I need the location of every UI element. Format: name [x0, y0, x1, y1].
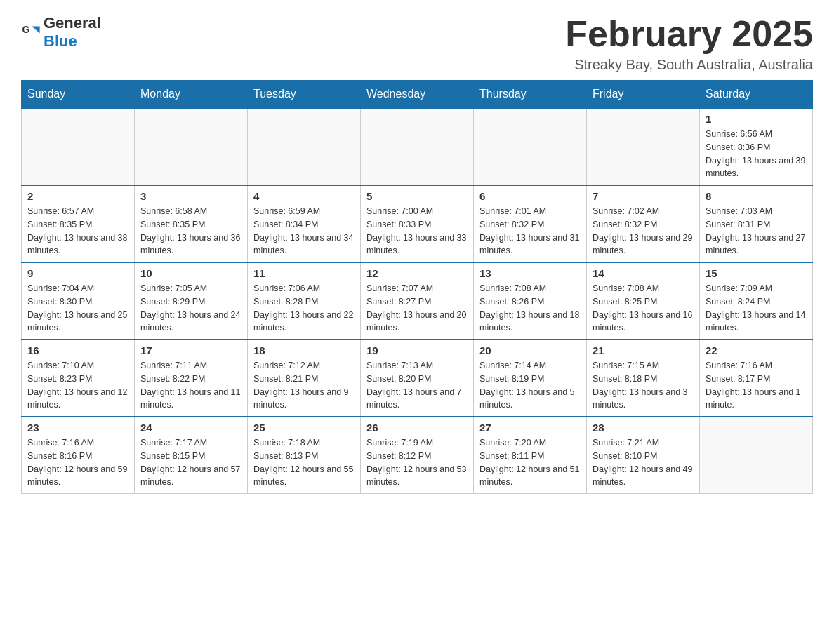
day-number: 6 [479, 190, 581, 202]
day-info: Sunrise: 7:08 AMSunset: 8:25 PMDaylight:… [593, 282, 694, 335]
calendar-cell: 27Sunrise: 7:20 AMSunset: 8:11 PMDayligh… [474, 417, 587, 494]
day-info: Sunrise: 7:12 AMSunset: 8:21 PMDaylight:… [253, 359, 355, 412]
day-number: 1 [706, 113, 807, 125]
calendar-cell: 1Sunrise: 6:56 AMSunset: 8:36 PMDaylight… [700, 108, 813, 185]
header-tuesday: Tuesday [248, 81, 361, 109]
day-number: 15 [706, 267, 807, 279]
calendar-cell: 8Sunrise: 7:03 AMSunset: 8:31 PMDaylight… [700, 185, 813, 262]
calendar-cell [135, 108, 248, 185]
header-wednesday: Wednesday [361, 81, 474, 109]
logo-general: General [44, 14, 101, 32]
day-number: 16 [27, 344, 128, 356]
day-info: Sunrise: 7:13 AMSunset: 8:20 PMDaylight:… [366, 359, 468, 412]
calendar-title: February 2025 [565, 14, 813, 54]
calendar-cell: 14Sunrise: 7:08 AMSunset: 8:25 PMDayligh… [587, 262, 700, 340]
calendar-cell: 28Sunrise: 7:21 AMSunset: 8:10 PMDayligh… [587, 417, 700, 494]
header-monday: Monday [135, 81, 248, 109]
day-info: Sunrise: 7:14 AMSunset: 8:19 PMDaylight:… [479, 359, 581, 412]
day-info: Sunrise: 7:02 AMSunset: 8:32 PMDaylight:… [593, 205, 694, 257]
day-info: Sunrise: 7:10 AMSunset: 8:23 PMDaylight:… [27, 359, 128, 412]
day-info: Sunrise: 7:21 AMSunset: 8:10 PMDaylight:… [593, 436, 694, 489]
day-number: 28 [593, 422, 694, 434]
calendar-cell: 20Sunrise: 7:14 AMSunset: 8:19 PMDayligh… [474, 340, 587, 417]
day-number: 3 [140, 190, 241, 202]
day-number: 22 [706, 344, 807, 356]
calendar-cell: 6Sunrise: 7:01 AMSunset: 8:32 PMDaylight… [474, 185, 587, 262]
day-number: 5 [366, 190, 468, 202]
day-info: Sunrise: 7:09 AMSunset: 8:24 PMDaylight:… [706, 282, 807, 335]
day-info: Sunrise: 7:11 AMSunset: 8:22 PMDaylight:… [140, 359, 241, 412]
page-header: G General Blue February 2025 Streaky Bay… [21, 14, 813, 73]
calendar-cell: 19Sunrise: 7:13 AMSunset: 8:20 PMDayligh… [361, 340, 474, 417]
day-number: 7 [593, 190, 694, 202]
day-number: 19 [366, 344, 468, 356]
week-row-5: 23Sunrise: 7:16 AMSunset: 8:16 PMDayligh… [22, 417, 813, 494]
week-row-3: 9Sunrise: 7:04 AMSunset: 8:30 PMDaylight… [22, 262, 813, 340]
day-number: 10 [140, 267, 241, 279]
week-row-4: 16Sunrise: 7:10 AMSunset: 8:23 PMDayligh… [22, 340, 813, 417]
day-info: Sunrise: 7:01 AMSunset: 8:32 PMDaylight:… [479, 205, 581, 257]
calendar-cell: 15Sunrise: 7:09 AMSunset: 8:24 PMDayligh… [700, 262, 813, 340]
day-number: 18 [253, 344, 355, 356]
day-info: Sunrise: 7:16 AMSunset: 8:16 PMDaylight:… [27, 436, 128, 489]
day-info: Sunrise: 6:56 AMSunset: 8:36 PMDaylight:… [706, 128, 807, 180]
calendar-cell: 26Sunrise: 7:19 AMSunset: 8:12 PMDayligh… [361, 417, 474, 494]
svg-marker-1 [32, 27, 39, 34]
calendar-cell [248, 108, 361, 185]
calendar-cell [474, 108, 587, 185]
header-friday: Friday [587, 81, 700, 109]
calendar-cell [361, 108, 474, 185]
day-info: Sunrise: 7:08 AMSunset: 8:26 PMDaylight:… [479, 282, 581, 335]
day-info: Sunrise: 7:07 AMSunset: 8:27 PMDaylight:… [366, 282, 468, 335]
calendar-cell: 10Sunrise: 7:05 AMSunset: 8:29 PMDayligh… [135, 262, 248, 340]
day-number: 2 [27, 190, 128, 202]
day-info: Sunrise: 7:05 AMSunset: 8:29 PMDaylight:… [140, 282, 241, 335]
calendar-cell: 18Sunrise: 7:12 AMSunset: 8:21 PMDayligh… [248, 340, 361, 417]
day-info: Sunrise: 6:58 AMSunset: 8:35 PMDaylight:… [140, 205, 241, 257]
calendar-cell: 25Sunrise: 7:18 AMSunset: 8:13 PMDayligh… [248, 417, 361, 494]
day-number: 25 [253, 422, 355, 434]
day-info: Sunrise: 7:17 AMSunset: 8:15 PMDaylight:… [140, 436, 241, 489]
day-info: Sunrise: 6:57 AMSunset: 8:35 PMDaylight:… [27, 205, 128, 257]
logo: G General Blue [21, 14, 101, 51]
svg-text:G: G [22, 24, 29, 35]
calendar-table: SundayMondayTuesdayWednesdayThursdayFrid… [21, 80, 813, 494]
day-number: 23 [27, 422, 128, 434]
day-number: 26 [366, 422, 468, 434]
day-number: 14 [593, 267, 694, 279]
day-info: Sunrise: 7:16 AMSunset: 8:17 PMDaylight:… [706, 359, 807, 412]
day-number: 24 [140, 422, 241, 434]
title-block: February 2025 Streaky Bay, South Austral… [565, 14, 813, 73]
day-info: Sunrise: 7:20 AMSunset: 8:11 PMDaylight:… [479, 436, 581, 489]
calendar-cell: 22Sunrise: 7:16 AMSunset: 8:17 PMDayligh… [700, 340, 813, 417]
day-number: 20 [479, 344, 581, 356]
day-number: 21 [593, 344, 694, 356]
day-info: Sunrise: 7:19 AMSunset: 8:12 PMDaylight:… [366, 436, 468, 489]
day-info: Sunrise: 7:00 AMSunset: 8:33 PMDaylight:… [366, 205, 468, 257]
header-sunday: Sunday [22, 81, 135, 109]
calendar-cell: 5Sunrise: 7:00 AMSunset: 8:33 PMDaylight… [361, 185, 474, 262]
day-number: 13 [479, 267, 581, 279]
day-info: Sunrise: 7:04 AMSunset: 8:30 PMDaylight:… [27, 282, 128, 335]
day-number: 17 [140, 344, 241, 356]
calendar-cell: 3Sunrise: 6:58 AMSunset: 8:35 PMDaylight… [135, 185, 248, 262]
logo-icon: G [21, 22, 41, 42]
calendar-cell: 7Sunrise: 7:02 AMSunset: 8:32 PMDaylight… [587, 185, 700, 262]
calendar-cell: 9Sunrise: 7:04 AMSunset: 8:30 PMDaylight… [22, 262, 135, 340]
calendar-header-row: SundayMondayTuesdayWednesdayThursdayFrid… [22, 81, 813, 109]
calendar-cell: 12Sunrise: 7:07 AMSunset: 8:27 PMDayligh… [361, 262, 474, 340]
calendar-subtitle: Streaky Bay, South Australia, Australia [565, 57, 813, 73]
calendar-cell: 4Sunrise: 6:59 AMSunset: 8:34 PMDaylight… [248, 185, 361, 262]
calendar-cell: 23Sunrise: 7:16 AMSunset: 8:16 PMDayligh… [22, 417, 135, 494]
day-info: Sunrise: 7:18 AMSunset: 8:13 PMDaylight:… [253, 436, 355, 489]
calendar-cell: 24Sunrise: 7:17 AMSunset: 8:15 PMDayligh… [135, 417, 248, 494]
calendar-cell: 2Sunrise: 6:57 AMSunset: 8:35 PMDaylight… [22, 185, 135, 262]
calendar-cell: 11Sunrise: 7:06 AMSunset: 8:28 PMDayligh… [248, 262, 361, 340]
day-info: Sunrise: 7:15 AMSunset: 8:18 PMDaylight:… [593, 359, 694, 412]
header-thursday: Thursday [474, 81, 587, 109]
day-info: Sunrise: 7:03 AMSunset: 8:31 PMDaylight:… [706, 205, 807, 257]
logo-blue: Blue [44, 32, 77, 50]
day-number: 27 [479, 422, 581, 434]
week-row-1: 1Sunrise: 6:56 AMSunset: 8:36 PMDaylight… [22, 108, 813, 185]
calendar-cell: 16Sunrise: 7:10 AMSunset: 8:23 PMDayligh… [22, 340, 135, 417]
